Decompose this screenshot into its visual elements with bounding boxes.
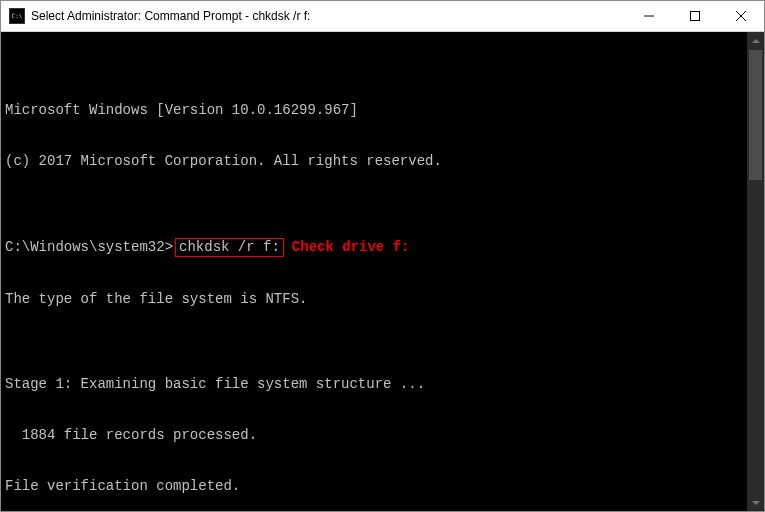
scroll-up-arrow-icon[interactable] (747, 32, 764, 49)
prompt-text: C:\Windows\system32> (5, 239, 173, 256)
window-title: Select Administrator: Command Prompt - c… (31, 9, 626, 23)
console-line: The type of the file system is NTFS. (5, 291, 743, 308)
command-highlight: chkdsk /r f: (175, 238, 284, 257)
scroll-down-arrow-icon[interactable] (747, 494, 764, 511)
vertical-scrollbar[interactable] (747, 32, 764, 511)
console-area[interactable]: Microsoft Windows [Version 10.0.16299.96… (1, 32, 764, 511)
console-line: (c) 2017 Microsoft Corporation. All righ… (5, 153, 743, 170)
svg-rect-0 (691, 12, 700, 21)
console-line: File verification completed. (5, 478, 743, 495)
console-line: 1884 file records processed. (5, 427, 743, 444)
maximize-button[interactable] (672, 1, 718, 31)
minimize-button[interactable] (626, 1, 672, 31)
scrollbar-thumb[interactable] (749, 50, 762, 180)
console-line: Stage 1: Examining basic file system str… (5, 376, 743, 393)
cmd-icon (9, 8, 25, 24)
titlebar[interactable]: Select Administrator: Command Prompt - c… (1, 1, 764, 32)
console-line: Microsoft Windows [Version 10.0.16299.96… (5, 102, 743, 119)
close-button[interactable] (718, 1, 764, 31)
annotation-label: Check drive f: (292, 239, 410, 256)
window-controls (626, 1, 764, 31)
prompt-line: C:\Windows\system32>chkdsk /r f:Check dr… (5, 238, 743, 257)
